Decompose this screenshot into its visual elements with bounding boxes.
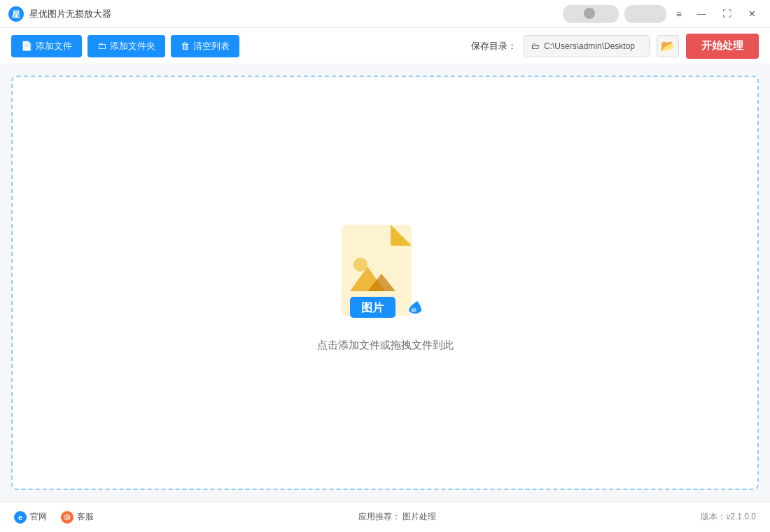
add-folder-icon: 🗀 bbox=[97, 41, 106, 51]
maximize-button[interactable]: ⛶ bbox=[717, 4, 736, 24]
folder-small-icon: 🗁 bbox=[531, 41, 540, 51]
svg-text:图片: 图片 bbox=[361, 302, 384, 314]
drop-hint-text: 点击添加文件或拖拽文件到此 bbox=[317, 339, 454, 352]
save-dir-label: 保存目录： bbox=[471, 40, 517, 52]
official-icon: e bbox=[14, 511, 27, 524]
footer-recommend: 应用推荐： 图片处理 bbox=[108, 511, 687, 523]
main-content: 图片 点击添加文件或拖拽文件到此 bbox=[0, 64, 770, 501]
app-recommend-text: 应用推荐： 图片处理 bbox=[358, 512, 436, 522]
user-info-button[interactable] bbox=[563, 5, 619, 23]
save-path-value: C:\Users\admin\Desktop bbox=[544, 41, 635, 51]
add-file-icon: 📄 bbox=[21, 41, 32, 51]
login-button[interactable] bbox=[624, 5, 666, 23]
service-label: 客服 bbox=[77, 511, 94, 523]
folder-browse-icon: 📂 bbox=[661, 39, 675, 52]
app-title: 星优图片无损放大器 bbox=[29, 8, 563, 20]
footer: e 官网 ◎ 客服 应用推荐： 图片处理 版本：v2.1.0.0 bbox=[0, 501, 770, 532]
add-file-label: 添加文件 bbox=[36, 40, 72, 52]
minimize-button[interactable]: — bbox=[692, 4, 711, 24]
drop-zone[interactable]: 图片 点击添加文件或拖拽文件到此 bbox=[11, 76, 759, 490]
user-avatar bbox=[584, 8, 597, 20]
official-site-link[interactable]: e 官网 bbox=[14, 511, 47, 524]
svg-text:星: 星 bbox=[11, 10, 21, 20]
toolbar: 📄 添加文件 🗀 添加文件夹 🗑 清空列表 保存目录： 🗁 C:\Users\a… bbox=[0, 28, 770, 64]
start-process-button[interactable]: 开始处理 bbox=[686, 34, 759, 59]
add-folder-label: 添加文件夹 bbox=[110, 40, 155, 52]
close-button[interactable]: ✕ bbox=[742, 4, 762, 24]
title-bar: 星 星优图片无损放大器 ≡ — ⛶ ✕ bbox=[0, 0, 770, 28]
svg-point-6 bbox=[354, 258, 368, 272]
clear-list-label: 清空列表 bbox=[193, 40, 230, 52]
add-folder-button[interactable]: 🗀 添加文件夹 bbox=[88, 35, 165, 57]
toolbar-right: 保存目录： 🗁 C:\Users\admin\Desktop 📂 开始处理 bbox=[471, 34, 759, 59]
save-path-display: 🗁 C:\Users\admin\Desktop bbox=[524, 35, 650, 57]
svg-rect-2 bbox=[584, 8, 595, 19]
clear-list-button[interactable]: 🗑 清空列表 bbox=[171, 35, 239, 57]
clear-icon: 🗑 bbox=[181, 41, 190, 51]
illustration: 图片 bbox=[329, 214, 441, 326]
customer-service-link[interactable]: ◎ 客服 bbox=[61, 511, 94, 524]
title-bar-controls: ≡ — ⛶ ✕ bbox=[563, 4, 762, 24]
add-file-button[interactable]: 📄 添加文件 bbox=[11, 35, 82, 57]
start-label: 开始处理 bbox=[701, 39, 743, 51]
official-label: 官网 bbox=[30, 511, 47, 523]
version-text: 版本：v2.1.0.0 bbox=[701, 511, 756, 523]
app-logo: 星 bbox=[8, 6, 24, 22]
drop-zone-inner: 图片 点击添加文件或拖拽文件到此 bbox=[317, 214, 454, 352]
browse-folder-button[interactable]: 📂 bbox=[657, 35, 679, 57]
settings-icon[interactable]: ≡ bbox=[672, 7, 686, 21]
service-icon: ◎ bbox=[61, 511, 74, 524]
